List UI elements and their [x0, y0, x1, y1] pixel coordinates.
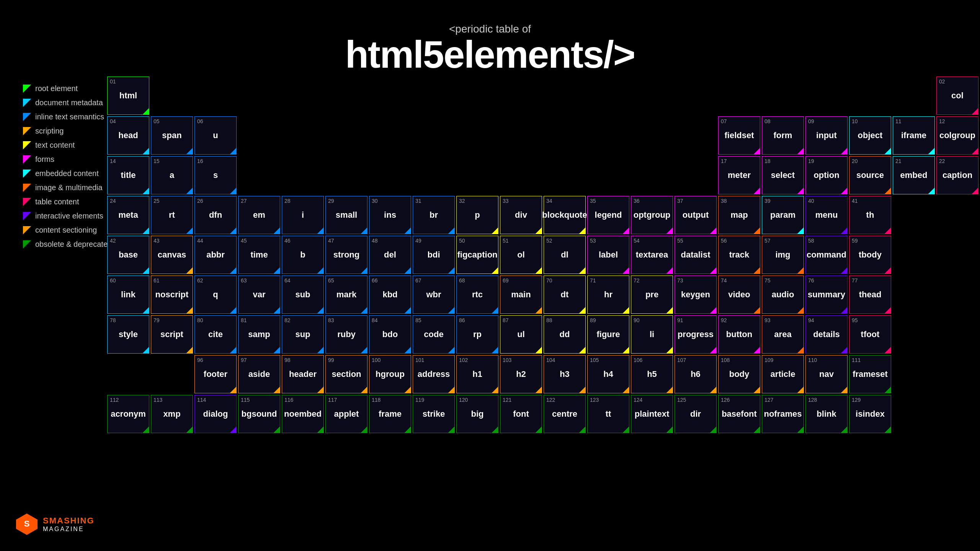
element-address[interactable]: 101 address [413, 355, 455, 393]
element-abbr[interactable]: 44 abbr [194, 236, 237, 274]
element-small[interactable]: 29 small [325, 196, 368, 234]
element-param[interactable]: 39 param [762, 196, 804, 234]
element-strong[interactable]: 47 strong [325, 236, 368, 274]
element-style[interactable]: 78 style [107, 315, 149, 354]
element-dir[interactable]: 125 dir [675, 395, 717, 433]
element-bdo[interactable]: 84 bdo [369, 315, 411, 354]
element-code[interactable]: 85 code [413, 315, 455, 354]
element-kbd[interactable]: 66 kbd [369, 276, 411, 314]
element-body[interactable]: 108 body [718, 355, 760, 393]
element-hgroup[interactable]: 100 hgroup [369, 355, 411, 393]
element-fieldset[interactable]: 07 fieldset [718, 116, 760, 155]
element-del[interactable]: 48 del [369, 236, 411, 274]
element-details[interactable]: 94 details [805, 315, 848, 354]
element-blink[interactable]: 128 blink [805, 395, 848, 433]
element-q[interactable]: 62 q [194, 276, 237, 314]
element-tfoot[interactable]: 95 tfoot [849, 315, 891, 354]
element-h4[interactable]: 105 h4 [587, 355, 629, 393]
element-br[interactable]: 31 br [413, 196, 455, 234]
element-h5[interactable]: 106 h5 [631, 355, 673, 393]
element-label[interactable]: 53 label [587, 236, 629, 274]
element-b[interactable]: 46 b [282, 236, 324, 274]
element-pre[interactable]: 72 pre [631, 276, 673, 314]
element-mark[interactable]: 65 mark [325, 276, 368, 314]
element-cite[interactable]: 80 cite [194, 315, 237, 354]
element-menu[interactable]: 40 menu [805, 196, 848, 234]
element-blockquote[interactable]: 34 blockquote [544, 196, 586, 234]
element-meter[interactable]: 17 meter [718, 156, 760, 194]
element-datalist[interactable]: 55 datalist [675, 236, 717, 274]
element-font[interactable]: 121 font [500, 395, 542, 433]
element-article[interactable]: 109 article [762, 355, 804, 393]
element-link[interactable]: 60 link [107, 276, 149, 314]
element-button[interactable]: 92 button [718, 315, 760, 354]
element-div[interactable]: 33 div [500, 196, 542, 234]
element-colgroup[interactable]: 12 colgroup [936, 116, 978, 155]
element-summary[interactable]: 76 summary [805, 276, 848, 314]
element-dfn[interactable]: 26 dfn [194, 196, 237, 234]
element-a[interactable]: 15 a [151, 156, 193, 194]
element-th[interactable]: 41 th [849, 196, 891, 234]
element-frame[interactable]: 118 frame [369, 395, 411, 433]
element-em[interactable]: 27 em [238, 196, 280, 234]
element-plaintext[interactable]: 124 plaintext [631, 395, 673, 433]
element-span[interactable]: 05 span [151, 116, 193, 155]
element-frameset[interactable]: 111 frameset [849, 355, 891, 393]
element-form[interactable]: 08 form [762, 116, 804, 155]
element-s[interactable]: 16 s [194, 156, 237, 194]
element-bgsound[interactable]: 115 bgsound [238, 395, 280, 433]
element-output[interactable]: 37 output [675, 196, 717, 234]
element-noembed[interactable]: 116 noembed [282, 395, 324, 433]
element-header[interactable]: 98 header [282, 355, 324, 393]
element-wbr[interactable]: 67 wbr [413, 276, 455, 314]
element-bdi[interactable]: 49 bdi [413, 236, 455, 274]
element-input[interactable]: 09 input [805, 116, 848, 155]
element-figure[interactable]: 89 figure [587, 315, 629, 354]
element-option[interactable]: 19 option [805, 156, 848, 194]
element-tt[interactable]: 123 tt [587, 395, 629, 433]
element-p[interactable]: 32 p [456, 196, 498, 234]
element-map[interactable]: 38 map [718, 196, 760, 234]
element-samp[interactable]: 81 samp [238, 315, 280, 354]
element-basefont[interactable]: 126 basefont [718, 395, 760, 433]
element-audio[interactable]: 75 audio [762, 276, 804, 314]
element-sub[interactable]: 64 sub [282, 276, 324, 314]
element-centre[interactable]: 122 centre [544, 395, 586, 433]
element-textarea[interactable]: 54 textarea [631, 236, 673, 274]
element-figcaption[interactable]: 50 figcaption [456, 236, 498, 274]
element-title[interactable]: 14 title [107, 156, 149, 194]
element-canvas[interactable]: 43 canvas [151, 236, 193, 274]
element-isindex[interactable]: 129 isindex [849, 395, 891, 433]
element-optgroup[interactable]: 36 optgroup [631, 196, 673, 234]
element-progress[interactable]: 91 progress [675, 315, 717, 354]
element-li[interactable]: 90 li [631, 315, 673, 354]
element-legend[interactable]: 35 legend [587, 196, 629, 234]
element-main[interactable]: 69 main [500, 276, 542, 314]
element-track[interactable]: 56 track [718, 236, 760, 274]
element-h3[interactable]: 104 h3 [544, 355, 586, 393]
element-video[interactable]: 74 video [718, 276, 760, 314]
element-h1[interactable]: 102 h1 [456, 355, 498, 393]
element-html[interactable]: 01 html [107, 77, 149, 115]
element-embed[interactable]: 21 embed [893, 156, 935, 194]
element-h6[interactable]: 107 h6 [675, 355, 717, 393]
element-xmp[interactable]: 113 xmp [151, 395, 193, 433]
element-rtc[interactable]: 68 rtc [456, 276, 498, 314]
element-aside[interactable]: 97 aside [238, 355, 280, 393]
element-nav[interactable]: 110 nav [805, 355, 848, 393]
element-footer[interactable]: 96 footer [194, 355, 237, 393]
element-sup[interactable]: 82 sup [282, 315, 324, 354]
element-dt[interactable]: 70 dt [544, 276, 586, 314]
element-object[interactable]: 10 object [849, 116, 891, 155]
element-img[interactable]: 57 img [762, 236, 804, 274]
element-caption[interactable]: 22 caption [936, 156, 978, 194]
element-command[interactable]: 58 command [805, 236, 848, 274]
element-big[interactable]: 120 big [456, 395, 498, 433]
element-h2[interactable]: 103 h2 [500, 355, 542, 393]
element-source[interactable]: 20 source [849, 156, 891, 194]
element-col[interactable]: 02 col [936, 77, 978, 115]
element-dialog[interactable]: 114 dialog [194, 395, 237, 433]
element-iframe[interactable]: 11 iframe [893, 116, 935, 155]
element-base[interactable]: 42 base [107, 236, 149, 274]
element-select[interactable]: 18 select [762, 156, 804, 194]
